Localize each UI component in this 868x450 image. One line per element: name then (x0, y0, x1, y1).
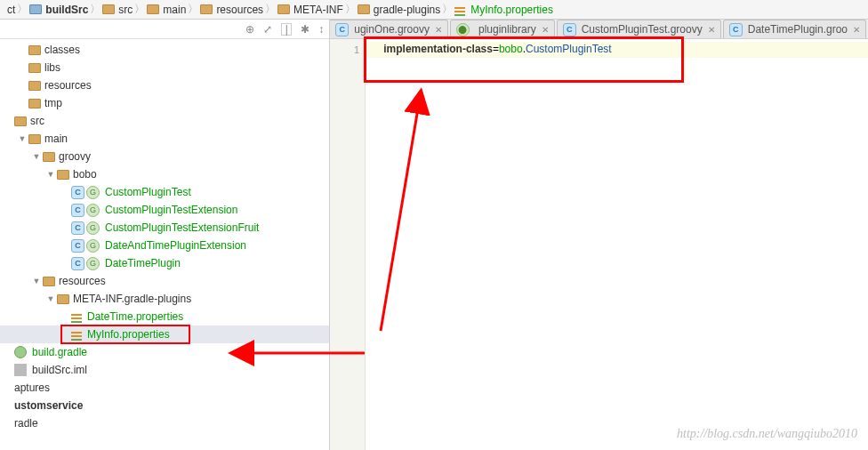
highlight-box (364, 36, 684, 83)
breadcrumb-item[interactable]: buildSrc (26, 4, 92, 16)
tree-item[interactable]: ▼classes (0, 41, 329, 59)
tree-item-label: resources (59, 275, 106, 287)
tree-item[interactable]: ▼CGCustomPluginTestExtension (0, 201, 329, 219)
tree-item[interactable]: ▼libs (0, 59, 329, 76)
folder-icon (277, 4, 290, 14)
project-tree[interactable]: ▼classes▼libs▼resources▼tmp▼src▼main▼gro… (0, 39, 329, 450)
tree-item[interactable]: ▼META-INF.gradle-plugins (0, 290, 329, 308)
folder-icon (28, 45, 41, 55)
breadcrumb-item[interactable]: resources (197, 4, 267, 16)
editor[interactable]: 1 implementation-class=bobo.CustomPlugin… (330, 39, 868, 450)
iml-icon (14, 364, 27, 376)
expand-icon[interactable]: ⤢ (263, 23, 272, 36)
close-icon[interactable]: ✕ (435, 25, 442, 35)
class-icon: C (71, 186, 84, 199)
chevron-down-icon[interactable]: ▼ (32, 277, 41, 285)
chevron-down-icon[interactable]: ▼ (46, 294, 55, 303)
tab-label: uginOne.groovy (354, 23, 430, 36)
tree-item[interactable]: ▼CGDateTimePlugin (0, 254, 329, 272)
package-icon (57, 294, 69, 304)
tree-item[interactable]: ▼buildSrc.iml (0, 361, 329, 379)
tree-item[interactable]: ▼groovy (0, 148, 329, 165)
tree-item-label: bobo (73, 168, 97, 181)
tree-item-label: groovy (59, 150, 91, 163)
folder-icon (147, 4, 159, 14)
tree-item[interactable]: ▼ustomservice (0, 397, 329, 414)
tree-item[interactable]: ▼CGCustomPluginTestExtensionFruit (0, 219, 329, 237)
editor-tab[interactable]: CuginOne.groovy✕ (330, 20, 448, 38)
tree-item-label: ustomservice (14, 399, 83, 412)
collapse-icon[interactable]: ↕ (318, 23, 324, 36)
tree-item[interactable]: ▼DateTime.properties (0, 308, 329, 325)
module-icon (29, 4, 42, 14)
groovy-icon: G (86, 204, 100, 217)
folder-icon (43, 152, 55, 162)
editor-tab[interactable]: ⬤pluginlibrary✕ (450, 20, 555, 38)
tab-label: DateTimePlugin.groo (748, 23, 848, 36)
groovy-icon: G (86, 186, 100, 199)
breadcrumb-item[interactable]: main (143, 4, 189, 16)
chevron-down-icon[interactable]: ▼ (32, 152, 41, 161)
tree-item[interactable]: ▼build.gradle (0, 343, 329, 361)
groovy-icon: G (86, 221, 100, 235)
breadcrumb-item[interactable]: src (99, 4, 136, 16)
tree-item[interactable]: ▼bobo (0, 165, 329, 183)
tree-item[interactable]: ▼resources (0, 76, 329, 94)
close-icon[interactable]: ✕ (542, 25, 549, 35)
watermark: http://blog.csdn.net/wangqiubo2010 (677, 427, 857, 441)
gear-icon[interactable]: ✱ (301, 23, 309, 36)
tree-item-label: tmp (44, 97, 62, 109)
gradle-icon: ⬤ (456, 23, 470, 36)
breadcrumb-item[interactable]: META-INF (274, 4, 347, 16)
tree-item[interactable]: ▼CGCustomPluginTest (0, 183, 329, 201)
tree-item-label: buildSrc.iml (32, 364, 87, 376)
chevron-down-icon[interactable]: ▼ (46, 170, 55, 179)
class-icon: C (71, 257, 84, 270)
tree-item-label: META-INF.gradle-plugins (73, 293, 191, 305)
folder-icon (28, 99, 41, 108)
properties-icon (71, 317, 82, 319)
class-icon: C (71, 204, 84, 217)
tree-item-label: classes (44, 44, 80, 56)
tree-item[interactable]: ▼radle (0, 414, 329, 432)
folder-icon (14, 117, 27, 126)
properties-icon (71, 335, 82, 337)
folder-icon (102, 4, 115, 14)
line-number: 1 (330, 39, 365, 58)
breadcrumb-item[interactable]: gradle-plugins (354, 4, 444, 16)
tree-item-label: DateTime.properties (87, 310, 183, 323)
tree-item[interactable]: ▼CGDateAndTimePluginExtension (0, 237, 329, 254)
vline-icon: | (281, 23, 292, 36)
editor-tab[interactable]: CCustomPluginTest.groovy✕ (557, 20, 721, 38)
chevron-down-icon[interactable]: ▼ (18, 134, 27, 143)
groovy-icon: G (86, 239, 100, 253)
tree-item[interactable]: ▼MyInfo.properties (0, 325, 329, 343)
tree-item[interactable]: ▼src (0, 112, 329, 130)
tree-item-label: MyInfo.properties (87, 328, 170, 341)
tree-item-label: main (44, 133, 68, 145)
groovy-icon: G (86, 257, 100, 270)
folder-icon (28, 81, 41, 91)
breadcrumb: ct〉 buildSrc〉 src〉 main〉 resources〉 META… (0, 0, 868, 20)
close-icon[interactable]: ✕ (853, 25, 860, 35)
class-icon: C (71, 239, 84, 253)
target-icon[interactable]: ⊕ (245, 23, 254, 36)
tree-item-label: CustomPluginTestExtension (105, 204, 237, 216)
tree-item-label: CustomPluginTest (105, 186, 191, 198)
tree-item-label: DateAndTimePluginExtension (105, 239, 246, 252)
breadcrumb-item-current[interactable]: MyInfo.properties (451, 4, 557, 16)
panel-toolbar: ⊕ ⤢ | ✱ ↕ (0, 20, 329, 39)
folder-icon (28, 134, 41, 144)
tree-item[interactable]: ▼aptures (0, 379, 329, 397)
tree-item[interactable]: ▼resources (0, 272, 329, 290)
folder-icon (43, 277, 55, 286)
tree-item-label: src (30, 115, 44, 127)
tree-item[interactable]: ▼tmp (0, 94, 329, 112)
tree-item[interactable]: ▼main (0, 130, 329, 148)
editor-tab[interactable]: CDateTimePlugin.groo✕ (723, 20, 866, 38)
tree-item-label: libs (44, 61, 60, 74)
folder-icon (28, 63, 41, 73)
properties-icon (454, 11, 465, 12)
editor-panel: CuginOne.groovy✕⬤pluginlibrary✕CCustomPl… (330, 20, 868, 450)
close-icon[interactable]: ✕ (708, 25, 715, 35)
